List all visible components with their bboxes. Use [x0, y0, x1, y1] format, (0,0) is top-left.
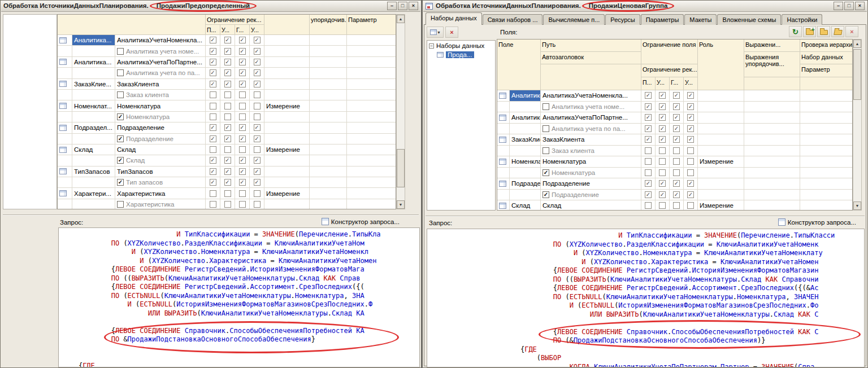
- restriction-checkbox[interactable]: ✓: [254, 168, 261, 175]
- restriction-checkbox[interactable]: ✓: [210, 69, 216, 76]
- scroll-up-button[interactable]: ▲: [397, 15, 405, 23]
- scroll-down-button[interactable]: ▼: [853, 201, 861, 210]
- restriction-checkbox[interactable]: [210, 146, 216, 153]
- restriction-checkbox[interactable]: ✓: [254, 157, 261, 164]
- tab-0[interactable]: Наборы данных: [426, 12, 482, 25]
- maximize-button[interactable]: □: [398, 2, 407, 10]
- restriction-checkbox[interactable]: [254, 103, 261, 109]
- restriction-checkbox[interactable]: ✓: [673, 125, 680, 132]
- field-attribute-row[interactable]: ✓Подразделение✓✓✓✓: [58, 134, 396, 144]
- restriction-checkbox[interactable]: ✓: [254, 37, 261, 43]
- restriction-checkbox[interactable]: ✓: [239, 48, 246, 55]
- restriction-checkbox[interactable]: ✓: [239, 69, 246, 76]
- field-attribute-row[interactable]: Аналитика учета по па...✓✓✓✓: [58, 68, 396, 78]
- restriction-checkbox[interactable]: ✓: [659, 180, 666, 187]
- restriction-checkbox[interactable]: ✓: [210, 179, 216, 186]
- restriction-checkbox[interactable]: ✓: [210, 81, 216, 87]
- restriction-checkbox[interactable]: ✓: [687, 125, 694, 132]
- restriction-checkbox[interactable]: [210, 103, 216, 109]
- tree-root-datasets[interactable]: − Наборы данных: [427, 41, 495, 50]
- restriction-checkbox[interactable]: [239, 201, 246, 208]
- restriction-checkbox[interactable]: ✓: [224, 168, 231, 175]
- restriction-checkbox[interactable]: ✓: [673, 114, 680, 121]
- restriction-checkbox[interactable]: [254, 91, 261, 98]
- right-query-constructor-link[interactable]: Конструктор запроса...: [778, 218, 856, 226]
- autotitle-checkbox[interactable]: ✓: [117, 135, 124, 142]
- restriction-checkbox[interactable]: ✓: [659, 191, 666, 198]
- restriction-checkbox[interactable]: ✓: [687, 191, 694, 198]
- restriction-checkbox[interactable]: [645, 158, 652, 165]
- field-attribute-row[interactable]: Характеристика: [58, 199, 396, 209]
- field-row[interactable]: Аналитика...АналитикаУчетаНоменкла...✓✓✓…: [497, 90, 852, 102]
- field-row[interactable]: Аналитика...АналитикаУчетаПоПартне...✓✓✓…: [497, 112, 852, 124]
- autotitle-checkbox[interactable]: ✓: [117, 113, 124, 120]
- field-row[interactable]: ЗаказКлие...ЗаказКлиента✓✓✓✓: [58, 79, 396, 90]
- restriction-checkbox[interactable]: ✓: [254, 124, 261, 131]
- restriction-checkbox[interactable]: [673, 158, 680, 165]
- restriction-checkbox[interactable]: ✓: [659, 136, 666, 143]
- restriction-checkbox[interactable]: ✓: [210, 48, 216, 55]
- restriction-checkbox[interactable]: ✓: [210, 135, 216, 142]
- restriction-checkbox[interactable]: ✓: [673, 92, 680, 99]
- restriction-checkbox[interactable]: ✓: [224, 69, 231, 76]
- restriction-checkbox[interactable]: ✓: [645, 125, 652, 132]
- restriction-checkbox[interactable]: ✓: [224, 179, 231, 186]
- left-query-constructor-link[interactable]: Конструктор запроса...: [322, 218, 400, 225]
- restriction-checkbox[interactable]: ✓: [239, 135, 246, 142]
- restriction-checkbox[interactable]: [210, 113, 216, 120]
- field-attribute-row[interactable]: Аналитика учета по па...✓✓✓✓: [497, 124, 852, 135]
- restriction-checkbox[interactable]: [224, 146, 231, 153]
- splitter[interactable]: [426, 216, 865, 217]
- autotitle-checkbox[interactable]: [117, 201, 124, 208]
- restriction-checkbox[interactable]: ✓: [254, 59, 261, 65]
- restriction-checkbox[interactable]: [224, 113, 231, 120]
- tab-5[interactable]: Макеты: [684, 14, 717, 25]
- field-attribute-row[interactable]: ✓Склад✓✓✓✓: [58, 155, 396, 166]
- restriction-checkbox[interactable]: ✓: [687, 114, 694, 121]
- restriction-checkbox[interactable]: ✓: [224, 37, 231, 43]
- restriction-checkbox[interactable]: [239, 113, 246, 120]
- autotitle-checkbox[interactable]: ✓: [542, 191, 549, 198]
- tab-1[interactable]: Связи наборов ...: [483, 14, 543, 25]
- field-row[interactable]: Подраздел...Подразделение✓✓✓✓: [497, 178, 852, 190]
- restriction-checkbox[interactable]: ✓: [673, 103, 680, 110]
- right-titlebar[interactable]: Обработка ИсточникиДанныхПланирования.Пр…: [423, 1, 867, 12]
- autotitle-checkbox[interactable]: [542, 147, 549, 154]
- restriction-checkbox[interactable]: ✓: [239, 168, 246, 175]
- restriction-checkbox[interactable]: ✓: [659, 92, 666, 99]
- maximize-button[interactable]: □: [844, 2, 854, 10]
- right-table-scrollbar[interactable]: ▲ ▼: [853, 39, 862, 211]
- restriction-checkbox[interactable]: ✓: [645, 103, 652, 110]
- field-row[interactable]: Аналитика...АналитикаУчетаПоПартне...✓✓✓…: [58, 57, 396, 68]
- restriction-checkbox[interactable]: ✓: [687, 180, 694, 187]
- restriction-checkbox[interactable]: [645, 147, 652, 154]
- restriction-checkbox[interactable]: [239, 190, 246, 197]
- restriction-checkbox[interactable]: ✓: [673, 180, 680, 187]
- restriction-checkbox[interactable]: ✓: [673, 191, 680, 198]
- add-dataset-button[interactable]: ▾: [427, 27, 444, 38]
- restriction-checkbox[interactable]: [645, 202, 652, 209]
- restriction-checkbox[interactable]: ✓: [659, 125, 666, 132]
- restriction-checkbox[interactable]: ✓: [254, 48, 261, 55]
- restriction-checkbox[interactable]: [659, 158, 666, 165]
- restriction-checkbox[interactable]: [210, 91, 216, 98]
- tab-3[interactable]: Ресурсы: [605, 14, 640, 25]
- tab-2[interactable]: Вычисляемые п...: [543, 14, 605, 25]
- field-attribute-row[interactable]: ✓Номенклатура: [58, 112, 396, 122]
- restriction-checkbox[interactable]: ✓: [659, 103, 666, 110]
- restriction-checkbox[interactable]: [210, 201, 216, 208]
- delete-field-button[interactable]: ×: [845, 26, 858, 37]
- restriction-checkbox[interactable]: [673, 202, 680, 209]
- restriction-checkbox[interactable]: ✓: [224, 48, 231, 55]
- tab-7[interactable]: Настройки: [782, 14, 822, 25]
- restriction-checkbox[interactable]: [659, 147, 666, 154]
- field-row[interactable]: СкладСкладИзмерение: [58, 144, 396, 155]
- field-row[interactable]: Номенклат...НоменклатураИзмерение: [497, 156, 852, 168]
- field-row[interactable]: ЗаказКлие...ЗаказКлиента✓✓✓✓: [497, 134, 852, 146]
- restriction-checkbox[interactable]: ✓: [210, 124, 216, 131]
- restriction-checkbox[interactable]: ✓: [239, 157, 246, 164]
- restriction-checkbox[interactable]: ✓: [210, 37, 216, 43]
- autotitle-checkbox[interactable]: [117, 69, 124, 76]
- scroll-up-button[interactable]: ▲: [853, 40, 861, 48]
- field-attribute-row[interactable]: Заказ клиента: [497, 146, 852, 157]
